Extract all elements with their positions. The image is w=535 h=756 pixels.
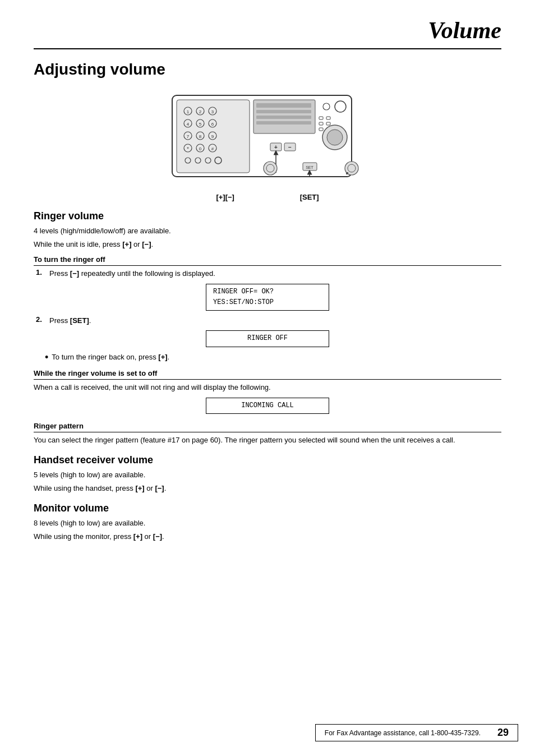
svg-rect-39 [319, 128, 323, 131]
svg-rect-34 [256, 121, 311, 125]
lcd-display-1: RINGER OFF= OK? YES:SET/NO:STOP [206, 284, 329, 311]
page-footer: For Fax Advantage assistance, call 1-800… [0, 721, 535, 745]
ringer-off-heading: While the ringer volume is set to off [34, 366, 501, 380]
bullet-1: • To turn the ringer back on, press [+]. [45, 352, 501, 364]
svg-text:8: 8 [199, 134, 202, 139]
svg-rect-41 [326, 122, 330, 125]
svg-text:9: 9 [211, 134, 214, 139]
ringer-off-body: When a call is received, the unit will n… [34, 382, 501, 393]
page-header: Volume [34, 17, 501, 49]
monitor-line1: 8 levels (high to low) are available. [34, 518, 501, 529]
svg-text:+: + [274, 144, 278, 150]
footer-box: For Fax Advantage assistance, call 1-800… [315, 724, 518, 741]
plus-minus-label: [+][−] [216, 193, 234, 201]
svg-text:2: 2 [199, 109, 202, 114]
svg-text:7: 7 [187, 134, 190, 139]
footer-text: For Fax Advantage assistance, call 1-800… [325, 729, 481, 737]
bullet-1-text: To turn the ringer back on, press [+]. [52, 352, 169, 363]
svg-text:#: # [211, 146, 214, 151]
svg-rect-38 [319, 122, 323, 125]
svg-text:3: 3 [211, 109, 214, 114]
svg-rect-40 [326, 117, 330, 119]
ringer-intro-1: 4 levels (high/middle/low/off) are avail… [34, 225, 501, 237]
svg-text:4: 4 [187, 122, 190, 127]
monitor-volume-heading: Monitor volume [34, 503, 501, 514]
svg-point-36 [335, 101, 346, 112]
svg-text:1: 1 [187, 109, 190, 114]
svg-rect-31 [256, 103, 311, 108]
svg-rect-37 [319, 117, 323, 119]
page-title: Volume [428, 17, 501, 44]
svg-rect-57 [346, 172, 348, 174]
svg-rect-32 [256, 110, 311, 113]
handset-volume-section: Handset receiver volume 5 levels (high t… [34, 454, 501, 494]
handset-line1: 5 levels (high to low) are available. [34, 469, 501, 481]
svg-point-35 [323, 103, 330, 110]
step-1: 1. Press [−] repeatedly until the follow… [36, 268, 501, 279]
svg-text:5: 5 [199, 122, 202, 127]
svg-text:SET: SET [306, 165, 313, 169]
lcd-incoming-call: INCOMING CALL [206, 398, 329, 414]
device-diagram: 1 2 3 4 5 6 7 [34, 90, 501, 201]
ringer-off-subsection: While the ringer volume is set to off Wh… [34, 366, 501, 414]
page-number: 29 [497, 727, 509, 739]
ringer-pattern-body: You can select the ringer pattern (featu… [34, 435, 501, 446]
device-image: 1 2 3 4 5 6 7 [167, 90, 368, 191]
svg-text:*: * [187, 146, 189, 151]
handset-line2: While using the handset, press [+] or [−… [34, 483, 501, 494]
lcd-display-2: RINGER OFF [206, 330, 329, 347]
svg-text:6: 6 [211, 122, 214, 127]
svg-rect-33 [256, 116, 311, 119]
set-label: [SET] [300, 193, 319, 201]
svg-text:0: 0 [199, 146, 202, 151]
main-heading: Adjusting volume [34, 61, 501, 79]
ringer-volume-heading: Ringer volume [34, 210, 501, 222]
ringer-pattern-heading: Ringer pattern [34, 418, 501, 432]
ringer-volume-section: Ringer volume 4 levels (high/middle/low/… [34, 210, 501, 445]
step-2: 2. Press [SET]. [36, 315, 501, 326]
turn-off-subsection: To turn the ringer off 1. Press [−] repe… [34, 252, 501, 363]
monitor-volume-section: Monitor volume 8 levels (high to low) ar… [34, 503, 501, 542]
ringer-pattern-subsection: Ringer pattern You can select the ringer… [34, 418, 501, 446]
svg-point-44 [327, 130, 343, 145]
step-2-text: Press [SET]. [49, 315, 91, 326]
svg-point-53 [264, 162, 277, 175]
handset-volume-heading: Handset receiver volume [34, 454, 501, 466]
svg-text:−: − [288, 144, 292, 150]
turn-off-heading: To turn the ringer off [34, 252, 501, 266]
ringer-intro-2: While the unit is idle, press [+] or [−]… [34, 239, 501, 250]
monitor-line2: While using the monitor, press [+] or [−… [34, 531, 501, 542]
step-1-text: Press [−] repeatedly until the following… [49, 268, 215, 279]
diagram-labels: [+][−] [SET] [183, 193, 352, 201]
